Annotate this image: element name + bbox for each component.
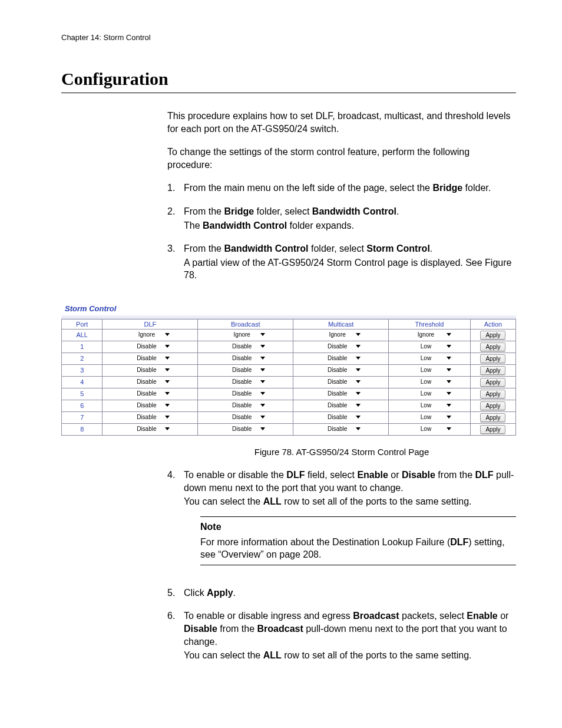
dropdown-value: Low <box>421 378 431 386</box>
t: . <box>430 243 432 253</box>
disable-bold: Disable <box>184 624 217 634</box>
dropdown[interactable]: Low <box>408 425 451 433</box>
dropdown[interactable]: Disable <box>226 378 265 386</box>
dropdown-value: Disable <box>137 342 156 351</box>
dropdown-value: Disable <box>328 425 347 433</box>
t: or <box>388 470 402 480</box>
chevron-down-icon <box>165 380 170 383</box>
step-3: 3. From the Bandwidth Control folder, se… <box>167 242 516 282</box>
table-row: 6DisableDisableDisableLowApply <box>62 400 516 411</box>
chevron-down-icon <box>165 427 170 430</box>
dropdown[interactable]: Ignore <box>226 331 265 339</box>
dropdown[interactable]: Disable <box>322 425 361 433</box>
dropdown[interactable]: Ignore <box>408 331 451 339</box>
dropdown[interactable]: Low <box>408 390 451 398</box>
t: or <box>498 611 509 621</box>
table-row: 5DisableDisableDisableLowApply <box>62 388 516 400</box>
chevron-down-icon <box>260 416 265 419</box>
dropdown[interactable]: Low <box>408 342 451 351</box>
dropdown[interactable]: Disable <box>322 354 361 363</box>
dropdown[interactable]: Disable <box>131 366 170 374</box>
page-title: Configuration <box>61 69 516 89</box>
step-1: 1. From the main menu on the left side o… <box>167 182 516 195</box>
step-number: 6. <box>167 610 184 661</box>
chevron-down-icon <box>356 333 361 336</box>
chevron-down-icon <box>447 380 451 383</box>
t: from the <box>217 624 257 634</box>
note-box: Note For more information about the Dest… <box>200 516 516 565</box>
apply-button[interactable]: Apply <box>480 401 505 410</box>
apply-button[interactable]: Apply <box>480 354 505 363</box>
dropdown[interactable]: Disable <box>131 378 170 386</box>
step-2: 2. From the Bridge folder, select Bandwi… <box>167 205 516 232</box>
apply-button[interactable]: Apply <box>480 366 505 375</box>
panel-title: Storm Control <box>61 303 516 315</box>
chevron-down-icon <box>165 416 170 419</box>
dropdown[interactable]: Disable <box>131 401 170 410</box>
t: . <box>233 588 236 598</box>
dropdown[interactable]: Disable <box>226 366 265 374</box>
chevron-down-icon <box>356 392 361 395</box>
dropdown[interactable]: Disable <box>226 401 265 410</box>
dropdown[interactable]: Low <box>408 366 451 374</box>
chapter-header: Chapter 14: Storm Control <box>61 33 516 42</box>
table-row: 3DisableDisableDisableLowApply <box>62 364 516 376</box>
dropdown-value: Disable <box>328 413 347 421</box>
dropdown[interactable]: Disable <box>322 378 361 386</box>
dropdown[interactable]: Disable <box>322 401 361 410</box>
apply-button[interactable]: Apply <box>480 342 505 351</box>
table-row: 8DisableDisableDisableLowApply <box>62 423 516 435</box>
t: Click <box>184 588 207 598</box>
t: folder expands. <box>287 220 354 230</box>
step-3-sub: A partial view of the AT-GS950/24 Storm … <box>184 256 516 282</box>
dropdown[interactable]: Disable <box>226 425 265 433</box>
dropdown[interactable]: Low <box>408 401 451 410</box>
dropdown[interactable]: Disable <box>131 425 170 433</box>
table-row: 2DisableDisableDisableLowApply <box>62 353 516 364</box>
chevron-down-icon <box>447 345 451 348</box>
dropdown-value: Disable <box>232 378 252 386</box>
dropdown[interactable]: Ignore <box>131 331 170 339</box>
dropdown[interactable]: Low <box>408 413 451 421</box>
dropdown[interactable]: Disable <box>226 354 265 363</box>
table-row: ALLIgnoreIgnoreIgnoreIgnoreApply <box>62 329 516 341</box>
dropdown[interactable]: Disable <box>226 390 265 398</box>
dropdown-value: Ignore <box>234 331 250 339</box>
dropdown[interactable]: Disable <box>226 413 265 421</box>
step-number: 2. <box>167 205 184 232</box>
broadcast-bold: Broadcast <box>257 624 303 634</box>
port-cell: 2 <box>62 353 103 364</box>
apply-button[interactable]: Apply <box>480 331 505 340</box>
apply-button[interactable]: Apply <box>480 378 505 387</box>
note-heading: Note <box>200 521 516 533</box>
chevron-down-icon <box>447 416 451 419</box>
chevron-down-icon <box>447 392 451 395</box>
dropdown[interactable]: Disable <box>131 354 170 363</box>
dropdown[interactable]: Disable <box>322 390 361 398</box>
apply-button[interactable]: Apply <box>480 425 505 434</box>
step-text-tail: folder. <box>462 183 491 193</box>
apply-button[interactable]: Apply <box>480 390 505 398</box>
dropdown[interactable]: Disable <box>131 390 170 398</box>
dropdown[interactable]: Disable <box>322 413 361 421</box>
chevron-down-icon <box>447 404 451 407</box>
dropdown[interactable]: Low <box>408 354 451 363</box>
chevron-down-icon <box>260 368 265 371</box>
dropdown[interactable]: Low <box>408 378 451 386</box>
dropdown[interactable]: Disable <box>131 342 170 351</box>
figure-78: Storm Control Port DLF Broadcast Multica… <box>61 303 516 436</box>
dropdown-value: Low <box>421 390 431 398</box>
all-bold: ALL <box>263 496 282 506</box>
dropdown[interactable]: Disable <box>322 366 361 374</box>
dropdown[interactable]: Disable <box>131 413 170 421</box>
col-dlf: DLF <box>103 319 198 329</box>
dropdown[interactable]: Disable <box>226 342 265 351</box>
dropdown[interactable]: Disable <box>322 342 361 351</box>
chevron-down-icon <box>260 380 265 383</box>
dropdown-value: Ignore <box>138 331 155 339</box>
dropdown[interactable]: Ignore <box>322 331 361 339</box>
port-cell: 6 <box>62 400 103 411</box>
step-6: 6. To enable or disable ingress and egre… <box>167 610 516 661</box>
apply-button[interactable]: Apply <box>480 413 505 422</box>
storm-control-bold: Storm Control <box>366 243 430 253</box>
